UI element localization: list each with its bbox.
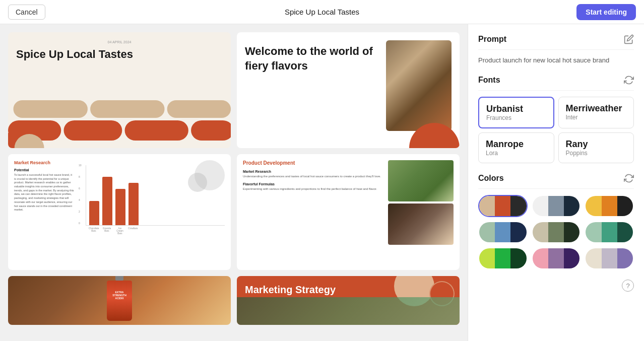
swatch-2	[495, 196, 510, 216]
prompt-label: Prompt	[478, 35, 506, 44]
swatch-3	[564, 196, 579, 216]
font-primary-name: Urbanist	[486, 104, 546, 114]
slide1-title: Spice Up Local Tastes	[16, 48, 223, 61]
font-option-manrope[interactable]: Manrope Lora	[478, 132, 554, 163]
color-palette-3[interactable]	[585, 195, 634, 217]
slide3-potential-label: Potential	[14, 168, 75, 172]
slide-1[interactable]: 04 APRIL 2024 Spice Up Local Tastes	[8, 32, 231, 148]
bar-1	[89, 201, 99, 225]
swatch-1	[479, 248, 495, 268]
font-option-rany[interactable]: Rany Poppins	[558, 132, 634, 163]
slide4-section1-body: Understanding the preferences and tastes…	[243, 174, 383, 178]
fonts-section: Fonts Urbanist Fraunces Merriweather Int…	[478, 75, 634, 163]
bar-2	[102, 177, 112, 225]
right-panel: Prompt Product launch for new local hot …	[468, 24, 644, 341]
swatch-3	[564, 248, 579, 268]
swatch-1	[586, 248, 601, 268]
colors-divider	[478, 188, 634, 189]
slide2-image	[386, 40, 452, 131]
prompt-section: Prompt Product launch for new local hot …	[478, 34, 634, 65]
swatch-2	[548, 248, 564, 268]
slide4-image2	[388, 203, 454, 245]
app-header: Cancel Spice Up Local Tastes Start editi…	[0, 0, 644, 24]
color-palette-7[interactable]	[478, 247, 528, 269]
slide-6[interactable]: Marketing Strategy	[237, 276, 460, 325]
color-palette-1[interactable]	[478, 195, 528, 217]
slide1-date: 04 APRIL 2024	[16, 40, 223, 44]
cancel-button[interactable]: Cancel	[8, 5, 45, 20]
swatch-2	[495, 248, 510, 268]
font-secondary-name: Inter	[566, 114, 627, 121]
slide2-title: Welcome to the world of fiery flavors	[245, 44, 380, 73]
swatch-3	[564, 222, 579, 242]
colors-header: Colors	[478, 173, 634, 183]
swatch-1	[586, 222, 601, 242]
slide4-image1	[388, 160, 454, 201]
swatch-3	[510, 196, 526, 216]
swatch-1	[479, 222, 495, 242]
page-title: Spice Up Local Tastes	[285, 8, 359, 16]
slide4-section1-title: Market Research	[243, 170, 383, 173]
slide4-right	[388, 160, 454, 264]
swatch-2	[495, 222, 510, 242]
refresh-colors-icon[interactable]	[624, 173, 634, 183]
svg-rect-1	[90, 100, 164, 118]
swatch-3	[617, 196, 633, 216]
slide-5[interactable]: EXTRASTRENGTHACIDIX	[8, 276, 231, 325]
svg-rect-5	[125, 120, 188, 141]
swatch-1	[533, 222, 548, 242]
slide3-left: Market Research Potential To launch a su…	[14, 160, 75, 264]
swatch-3	[617, 222, 633, 242]
color-palette-9[interactable]	[585, 247, 634, 269]
slide4-left: Product Development Market Research Unde…	[243, 160, 383, 264]
swatch-2	[602, 248, 617, 268]
slide4-section2-title: Flavorful Formulas	[243, 182, 383, 186]
slide-2[interactable]: Welcome to the world of fiery flavors	[237, 32, 460, 148]
slide4-section2-body: Experimenting with various ingredients a…	[243, 187, 383, 191]
slide4-heading: Product Development	[243, 160, 383, 166]
color-palettes-grid	[478, 195, 634, 269]
fonts-label: Fonts	[478, 76, 500, 85]
color-palette-5[interactable]	[532, 221, 581, 243]
color-palette-8[interactable]	[532, 247, 581, 269]
font-primary-name: Manrope	[486, 139, 547, 150]
color-palette-4[interactable]	[478, 221, 528, 243]
bar-3	[115, 189, 125, 225]
help-icon[interactable]: ?	[622, 280, 634, 292]
fonts-header: Fonts	[478, 75, 634, 85]
prompt-header: Prompt	[478, 34, 634, 44]
color-palette-6[interactable]	[585, 221, 634, 243]
slide-3[interactable]: Market Research Potential To launch a su…	[8, 154, 231, 270]
fonts-divider	[478, 90, 634, 91]
edit-icon[interactable]	[624, 34, 634, 44]
svg-rect-2	[167, 100, 231, 118]
slide-4[interactable]: Product Development Market Research Unde…	[237, 154, 460, 270]
swatch-1	[533, 196, 548, 216]
slide2-text-area: Welcome to the world of fiery flavors	[245, 40, 380, 73]
slide3-chart: 0 2 4 6 8 10 Chocolate Bars	[79, 160, 225, 264]
swatch-3	[510, 248, 526, 268]
slide5-bottle-image: EXTRASTRENGTHACIDIX	[8, 276, 231, 325]
swatch-2	[602, 222, 617, 242]
start-editing-button[interactable]: Start editing	[576, 4, 636, 20]
font-secondary-name: Poppins	[566, 150, 627, 157]
prompt-divider	[478, 49, 634, 50]
main-content: 04 APRIL 2024 Spice Up Local Tastes	[0, 24, 644, 341]
swatch-1	[479, 196, 495, 216]
refresh-fonts-icon[interactable]	[624, 75, 634, 85]
color-palette-2[interactable]	[532, 195, 581, 217]
font-secondary-name: Fraunces	[486, 114, 546, 121]
svg-rect-0	[14, 100, 88, 118]
help-area: ?	[478, 280, 634, 292]
font-option-urbanist[interactable]: Urbanist Fraunces	[478, 97, 554, 128]
font-options-grid: Urbanist Fraunces Merriweather Inter Man…	[478, 97, 634, 163]
slide3-body-text: To launch a successful local hot sauce b…	[14, 173, 75, 212]
slide6-bottom	[237, 297, 460, 325]
swatch-1	[586, 196, 601, 216]
font-option-merriweather[interactable]: Merriweather Inter	[558, 97, 634, 128]
prompt-text: Product launch for new local hot sauce b…	[478, 56, 634, 65]
swatch-1	[533, 248, 548, 268]
svg-rect-6	[191, 120, 231, 141]
slides-grid: 04 APRIL 2024 Spice Up Local Tastes	[0, 24, 468, 341]
colors-section: Colors	[478, 173, 634, 269]
